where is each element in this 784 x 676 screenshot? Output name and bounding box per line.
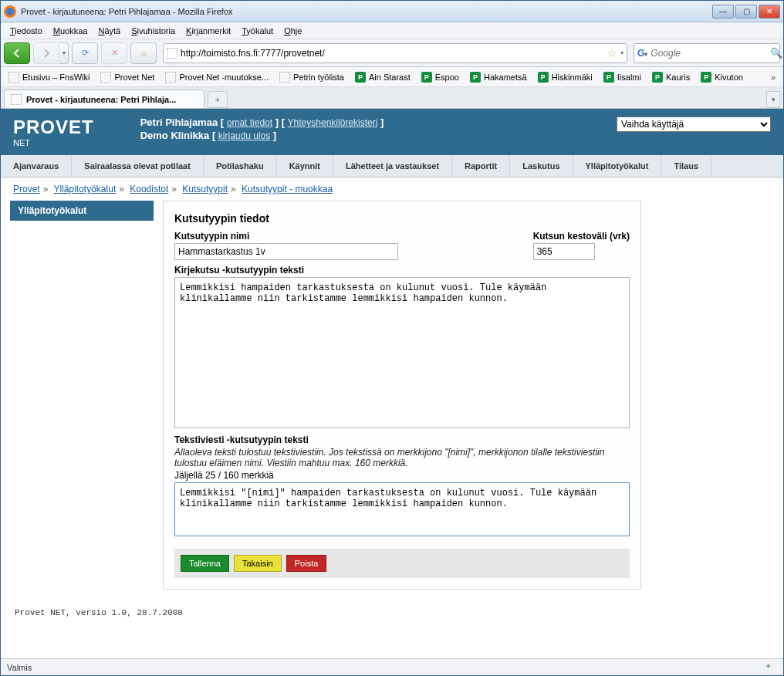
nav-yllapito[interactable]: Ylläpitotyökalut <box>573 155 662 177</box>
link-logout[interactable]: kirjaudu ulos <box>218 130 270 141</box>
bookmark-label: Espoo <box>435 73 459 82</box>
menu-tools[interactable]: Työkalut <box>237 25 278 37</box>
bookmark-label: Etusivu – FnsWiki <box>22 73 90 82</box>
bookmark-item[interactable]: PEspoo <box>417 70 464 84</box>
input-interval[interactable] <box>533 243 595 260</box>
bookmark-item[interactable]: Provet Net <box>96 70 159 84</box>
crumb-current: Kutsutyypit - muokkaa <box>242 184 333 194</box>
bookmark-label: Kauris <box>666 73 690 82</box>
app-nav: Ajanvaraus Sairaalassa olevat potilaat P… <box>1 155 783 177</box>
nav-tilaus[interactable]: Tilaus <box>661 155 711 177</box>
menubar: Tiedosto Muokkaa Näytä Sivuhistoria Kirj… <box>1 22 783 39</box>
main-layout: Ylläpitotyökalut Kutsutyypin tiedot Kuts… <box>1 201 783 599</box>
crumb-kutsutyypit[interactable]: Kutsutyypit <box>182 184 228 194</box>
nav-toolbar: ▾ ⟳ ✕ ⌂ ☆ ▾ G▾ 🔍 <box>1 39 783 67</box>
bookmark-item[interactable]: Petrin työlista <box>275 70 349 84</box>
crumb-koodistot[interactable]: Koodistot <box>130 184 168 194</box>
reload-button[interactable]: ⟳ <box>72 42 98 64</box>
switch-user-select[interactable]: Vaihda käyttäjä <box>617 117 771 132</box>
menu-file[interactable]: Tiedosto <box>5 25 47 37</box>
history-dropdown[interactable]: ▾ <box>59 42 69 64</box>
bookmark-label: Kivuton <box>715 73 743 82</box>
url-bar[interactable]: ☆ ▾ <box>163 43 627 63</box>
nav-potilashaku[interactable]: Potilashaku <box>204 155 277 177</box>
header-user-block: Petri Pihlajamaa [ omat tiedot ] [ Yhtey… <box>140 117 384 143</box>
page-icon <box>100 72 111 83</box>
bookmark-item[interactable]: PIisalmi <box>599 70 646 84</box>
bookmark-label: Hiskinmäki <box>552 73 593 82</box>
menu-history[interactable]: Sivuhistoria <box>127 25 180 37</box>
search-go-icon[interactable]: 🔍 <box>770 47 782 59</box>
sidebar: Ylläpitotyökalut <box>10 201 154 590</box>
search-bar[interactable]: G▾ 🔍 <box>634 43 780 63</box>
logo: PROVET NET <box>13 117 94 147</box>
close-button[interactable]: ✕ <box>759 5 780 19</box>
bookmark-item[interactable]: PKauris <box>647 70 694 84</box>
back-button[interactable]: Takaisin <box>234 555 282 572</box>
logo-text: PROVET <box>13 117 94 138</box>
textarea-sms[interactable]: Lemmikkisi "[nimi]" hampaiden tarkastuks… <box>174 482 630 536</box>
p-icon: P <box>603 72 614 83</box>
bookmark-item[interactable]: PKivuton <box>696 70 748 84</box>
menu-bookmarks[interactable]: Kirjanmerkit <box>181 25 235 37</box>
new-tab-button[interactable]: + <box>208 91 228 108</box>
nav-kaynnit[interactable]: Käynnit <box>277 155 333 177</box>
form-panel: Kutsutyypin tiedot Kutsutyypin nimi Kuts… <box>163 201 641 590</box>
crumb-provet[interactable]: Provet <box>13 184 40 194</box>
page-icon <box>11 94 22 105</box>
p-icon: P <box>355 72 366 83</box>
bookmarks-overflow[interactable]: » <box>766 71 780 83</box>
home-button[interactable]: ⌂ <box>130 42 157 64</box>
menu-help[interactable]: Ohje <box>279 25 306 37</box>
menu-view[interactable]: Näytä <box>93 25 125 37</box>
page-content: PROVET NET Petri Pihlajamaa [ omat tiedo… <box>1 109 783 658</box>
tab-active[interactable]: Provet - kirjautuneena: Petri Pihlaja... <box>4 90 204 108</box>
bookmark-item[interactable]: Etusivu – FnsWiki <box>4 70 94 84</box>
breadcrumb: Provet» Ylläpitotyökalut» Koodistot» Kut… <box>1 177 783 201</box>
link-own-info[interactable]: omat tiedot <box>227 117 272 128</box>
app-header: PROVET NET Petri Pihlajamaa [ omat tiedo… <box>1 109 783 155</box>
page-icon <box>8 72 19 83</box>
window-buttons: — ▢ ✕ <box>712 5 780 19</box>
tab-list-button[interactable]: ▾ <box>766 91 780 108</box>
search-input[interactable] <box>651 48 767 59</box>
label-sms-text: Tekstiviesti -kutsutyypin teksti <box>174 434 630 445</box>
forward-button[interactable] <box>33 42 59 64</box>
stop-button[interactable]: ✕ <box>101 42 127 64</box>
maximize-button[interactable]: ▢ <box>735 5 757 19</box>
textarea-letter[interactable]: Lemmikkisi hampaiden tarkastuksesta on k… <box>174 277 630 428</box>
p-icon: P <box>701 72 711 83</box>
back-button[interactable] <box>4 42 30 64</box>
label-name: Kutsutyypin nimi <box>174 231 524 242</box>
bookmark-label: Hakametsä <box>484 73 527 82</box>
bookmark-item[interactable]: PHiskinmäki <box>533 70 597 84</box>
delete-button[interactable]: Poista <box>286 555 327 572</box>
minimize-button[interactable]: — <box>712 5 734 19</box>
input-name[interactable] <box>174 243 398 260</box>
nav-raportit[interactable]: Raportit <box>452 155 510 177</box>
nav-sairaalassa[interactable]: Sairaalassa olevat potilaat <box>72 155 204 177</box>
form-heading: Kutsutyypin tiedot <box>174 212 630 225</box>
nav-ajanvaraus[interactable]: Ajanvaraus <box>1 155 72 177</box>
menu-edit[interactable]: Muokkaa <box>49 25 93 37</box>
p-icon: P <box>652 72 663 83</box>
link-contact-registry[interactable]: Yhteyshenkilörekisteri <box>288 117 378 128</box>
tab-bar: Provet - kirjautuneena: Petri Pihlaja...… <box>1 87 783 109</box>
url-dropdown-icon[interactable]: ▾ <box>620 49 623 56</box>
status-text: Valmis <box>7 663 765 672</box>
page-icon <box>279 72 290 83</box>
nav-lahetteet[interactable]: Lähetteet ja vastaukset <box>333 155 452 177</box>
url-input[interactable] <box>181 48 604 59</box>
bookmark-item[interactable]: PAin Starast <box>350 70 415 84</box>
sms-hint: Allaoleva teksti tulostuu tekstiviestiin… <box>174 447 630 468</box>
bookmarks-bar: Etusivu – FnsWiki Provet Net Provet Net … <box>1 67 783 87</box>
bookmark-star-icon[interactable]: ☆ <box>607 47 617 59</box>
save-button[interactable]: Tallenna <box>181 555 229 572</box>
bookmark-item[interactable]: Provet Net -muutokse... <box>161 70 273 84</box>
sidebar-header: Ylläpitotyökalut <box>10 201 154 221</box>
bookmark-item[interactable]: PHakametsä <box>465 70 532 84</box>
clinic-name: Demo Klinikka <box>140 130 210 141</box>
google-icon: G▾ <box>637 48 647 59</box>
crumb-yllapito[interactable]: Ylläpitotyökalut <box>54 184 117 194</box>
nav-laskutus[interactable]: Laskutus <box>510 155 573 177</box>
